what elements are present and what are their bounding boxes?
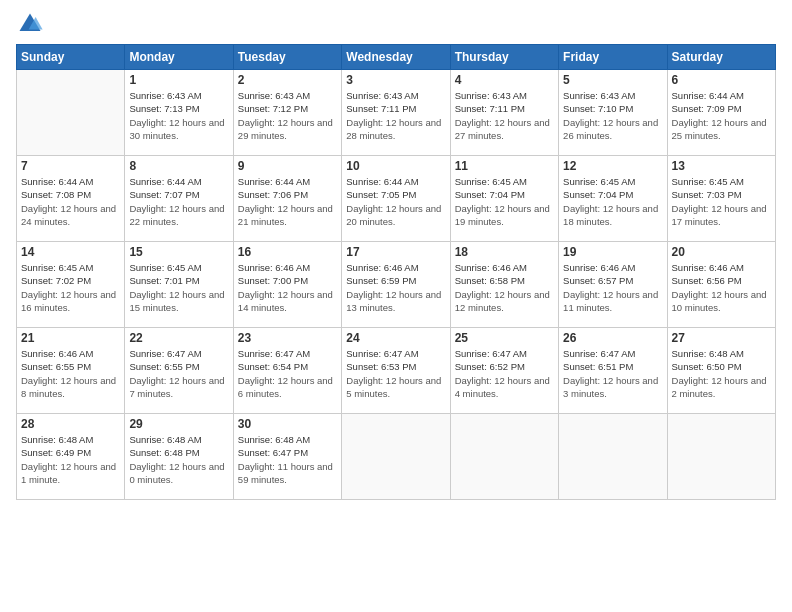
day-number: 16 [238, 245, 337, 259]
day-number: 24 [346, 331, 445, 345]
day-number: 19 [563, 245, 662, 259]
day-number: 30 [238, 417, 337, 431]
sunrise-text: Sunrise: 6:47 AM [129, 347, 228, 360]
day-info: Sunrise: 6:47 AMSunset: 6:55 PMDaylight:… [129, 347, 228, 400]
day-info: Sunrise: 6:43 AMSunset: 7:12 PMDaylight:… [238, 89, 337, 142]
sunrise-text: Sunrise: 6:47 AM [455, 347, 554, 360]
day-cell: 22Sunrise: 6:47 AMSunset: 6:55 PMDayligh… [125, 328, 233, 414]
daylight-text: Daylight: 12 hours and 16 minutes. [21, 288, 120, 315]
logo-icon [16, 10, 44, 38]
sunset-text: Sunset: 6:56 PM [672, 274, 771, 287]
daylight-text: Daylight: 12 hours and 30 minutes. [129, 116, 228, 143]
daylight-text: Daylight: 12 hours and 1 minute. [21, 460, 120, 487]
sunrise-text: Sunrise: 6:46 AM [672, 261, 771, 274]
weekday-wednesday: Wednesday [342, 45, 450, 70]
day-info: Sunrise: 6:44 AMSunset: 7:09 PMDaylight:… [672, 89, 771, 142]
sunrise-text: Sunrise: 6:44 AM [129, 175, 228, 188]
sunset-text: Sunset: 7:12 PM [238, 102, 337, 115]
daylight-text: Daylight: 12 hours and 24 minutes. [21, 202, 120, 229]
sunset-text: Sunset: 7:02 PM [21, 274, 120, 287]
day-cell: 18Sunrise: 6:46 AMSunset: 6:58 PMDayligh… [450, 242, 558, 328]
day-info: Sunrise: 6:47 AMSunset: 6:51 PMDaylight:… [563, 347, 662, 400]
day-cell [342, 414, 450, 500]
day-number: 3 [346, 73, 445, 87]
sunrise-text: Sunrise: 6:45 AM [563, 175, 662, 188]
day-number: 10 [346, 159, 445, 173]
sunrise-text: Sunrise: 6:47 AM [563, 347, 662, 360]
header [16, 10, 776, 38]
page: SundayMondayTuesdayWednesdayThursdayFrid… [0, 0, 792, 612]
weekday-tuesday: Tuesday [233, 45, 341, 70]
sunset-text: Sunset: 7:08 PM [21, 188, 120, 201]
day-info: Sunrise: 6:47 AMSunset: 6:54 PMDaylight:… [238, 347, 337, 400]
daylight-text: Daylight: 11 hours and 59 minutes. [238, 460, 337, 487]
day-cell [667, 414, 775, 500]
day-cell: 1Sunrise: 6:43 AMSunset: 7:13 PMDaylight… [125, 70, 233, 156]
sunset-text: Sunset: 6:52 PM [455, 360, 554, 373]
day-info: Sunrise: 6:43 AMSunset: 7:10 PMDaylight:… [563, 89, 662, 142]
sunrise-text: Sunrise: 6:44 AM [238, 175, 337, 188]
sunset-text: Sunset: 6:49 PM [21, 446, 120, 459]
day-cell: 7Sunrise: 6:44 AMSunset: 7:08 PMDaylight… [17, 156, 125, 242]
day-info: Sunrise: 6:43 AMSunset: 7:13 PMDaylight:… [129, 89, 228, 142]
calendar: SundayMondayTuesdayWednesdayThursdayFrid… [16, 44, 776, 500]
day-number: 1 [129, 73, 228, 87]
day-number: 18 [455, 245, 554, 259]
sunset-text: Sunset: 6:55 PM [21, 360, 120, 373]
sunset-text: Sunset: 7:11 PM [455, 102, 554, 115]
day-cell [450, 414, 558, 500]
day-cell: 24Sunrise: 6:47 AMSunset: 6:53 PMDayligh… [342, 328, 450, 414]
day-number: 14 [21, 245, 120, 259]
day-info: Sunrise: 6:43 AMSunset: 7:11 PMDaylight:… [346, 89, 445, 142]
day-number: 4 [455, 73, 554, 87]
day-cell: 3Sunrise: 6:43 AMSunset: 7:11 PMDaylight… [342, 70, 450, 156]
day-info: Sunrise: 6:45 AMSunset: 7:04 PMDaylight:… [563, 175, 662, 228]
sunset-text: Sunset: 7:10 PM [563, 102, 662, 115]
sunrise-text: Sunrise: 6:43 AM [563, 89, 662, 102]
daylight-text: Daylight: 12 hours and 13 minutes. [346, 288, 445, 315]
sunset-text: Sunset: 6:48 PM [129, 446, 228, 459]
weekday-thursday: Thursday [450, 45, 558, 70]
sunset-text: Sunset: 7:06 PM [238, 188, 337, 201]
day-number: 7 [21, 159, 120, 173]
day-cell: 10Sunrise: 6:44 AMSunset: 7:05 PMDayligh… [342, 156, 450, 242]
day-cell: 6Sunrise: 6:44 AMSunset: 7:09 PMDaylight… [667, 70, 775, 156]
day-number: 6 [672, 73, 771, 87]
daylight-text: Daylight: 12 hours and 27 minutes. [455, 116, 554, 143]
day-info: Sunrise: 6:44 AMSunset: 7:05 PMDaylight:… [346, 175, 445, 228]
sunrise-text: Sunrise: 6:46 AM [455, 261, 554, 274]
weekday-friday: Friday [559, 45, 667, 70]
day-cell: 30Sunrise: 6:48 AMSunset: 6:47 PMDayligh… [233, 414, 341, 500]
sunrise-text: Sunrise: 6:44 AM [21, 175, 120, 188]
day-info: Sunrise: 6:44 AMSunset: 7:08 PMDaylight:… [21, 175, 120, 228]
day-cell: 8Sunrise: 6:44 AMSunset: 7:07 PMDaylight… [125, 156, 233, 242]
sunset-text: Sunset: 7:05 PM [346, 188, 445, 201]
sunrise-text: Sunrise: 6:48 AM [238, 433, 337, 446]
sunrise-text: Sunrise: 6:48 AM [129, 433, 228, 446]
daylight-text: Daylight: 12 hours and 2 minutes. [672, 374, 771, 401]
day-number: 21 [21, 331, 120, 345]
sunrise-text: Sunrise: 6:47 AM [346, 347, 445, 360]
weekday-header-row: SundayMondayTuesdayWednesdayThursdayFrid… [17, 45, 776, 70]
sunset-text: Sunset: 6:47 PM [238, 446, 337, 459]
sunrise-text: Sunrise: 6:45 AM [129, 261, 228, 274]
day-number: 22 [129, 331, 228, 345]
week-row-3: 14Sunrise: 6:45 AMSunset: 7:02 PMDayligh… [17, 242, 776, 328]
sunrise-text: Sunrise: 6:47 AM [238, 347, 337, 360]
day-number: 28 [21, 417, 120, 431]
day-info: Sunrise: 6:45 AMSunset: 7:02 PMDaylight:… [21, 261, 120, 314]
day-number: 23 [238, 331, 337, 345]
sunset-text: Sunset: 7:01 PM [129, 274, 228, 287]
day-info: Sunrise: 6:44 AMSunset: 7:07 PMDaylight:… [129, 175, 228, 228]
day-cell: 2Sunrise: 6:43 AMSunset: 7:12 PMDaylight… [233, 70, 341, 156]
day-cell: 5Sunrise: 6:43 AMSunset: 7:10 PMDaylight… [559, 70, 667, 156]
sunset-text: Sunset: 7:03 PM [672, 188, 771, 201]
daylight-text: Daylight: 12 hours and 7 minutes. [129, 374, 228, 401]
day-cell: 12Sunrise: 6:45 AMSunset: 7:04 PMDayligh… [559, 156, 667, 242]
day-cell: 21Sunrise: 6:46 AMSunset: 6:55 PMDayligh… [17, 328, 125, 414]
day-info: Sunrise: 6:48 AMSunset: 6:50 PMDaylight:… [672, 347, 771, 400]
sunset-text: Sunset: 6:58 PM [455, 274, 554, 287]
day-cell: 28Sunrise: 6:48 AMSunset: 6:49 PMDayligh… [17, 414, 125, 500]
day-info: Sunrise: 6:46 AMSunset: 6:55 PMDaylight:… [21, 347, 120, 400]
daylight-text: Daylight: 12 hours and 4 minutes. [455, 374, 554, 401]
